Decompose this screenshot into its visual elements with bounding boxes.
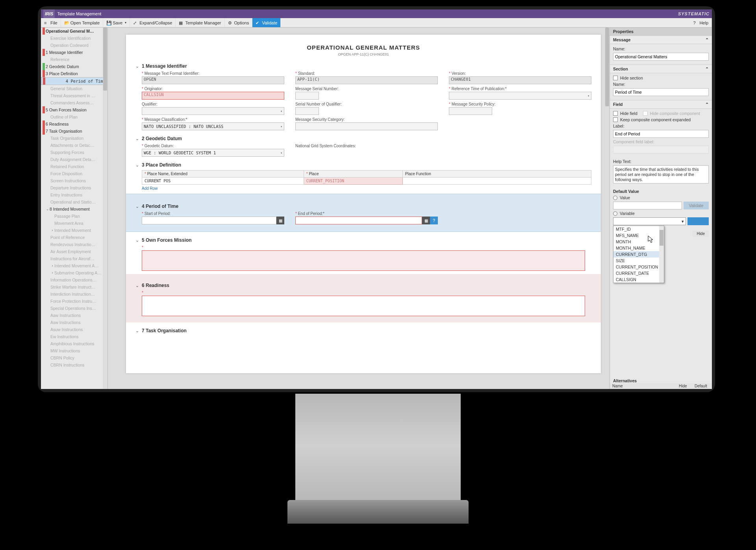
- tree-item[interactable]: Rendezvous Instructio…: [41, 241, 107, 248]
- rtp-select[interactable]: ▾: [449, 92, 591, 100]
- tree-item[interactable]: ›Intended Movement A…: [41, 262, 107, 269]
- dropdown-option[interactable]: CURRENT_DTG: [613, 251, 664, 257]
- msp-input[interactable]: [449, 107, 492, 115]
- tree-item[interactable]: Exercise Identification: [41, 35, 107, 42]
- tree-item[interactable]: Operational and Statio…: [41, 198, 107, 206]
- tree-item[interactable]: 2 Geodetic Datum: [41, 63, 107, 70]
- value-radio[interactable]: Value: [613, 195, 709, 200]
- tree-item[interactable]: Special Operations Ins…: [41, 305, 107, 312]
- tree-item[interactable]: Attachments or Detac…: [41, 142, 107, 149]
- editor-scrollbar[interactable]: [605, 28, 610, 389]
- tree-item[interactable]: Threat Assessment in …: [41, 92, 107, 99]
- tree-item[interactable]: 3 Place Definition: [41, 70, 107, 77]
- variable-radio[interactable]: Variable: [613, 211, 709, 216]
- tree-item[interactable]: Asw Instructions: [41, 319, 107, 326]
- options-button[interactable]: ⚙ Options: [225, 18, 253, 27]
- end-of-period-input[interactable]: [295, 217, 422, 224]
- tree-item[interactable]: Passage Plan: [41, 213, 107, 220]
- calendar-icon[interactable]: ▦: [422, 217, 430, 224]
- open-template-button[interactable]: 📂 Open Template: [61, 18, 103, 27]
- tree-item[interactable]: Ew Instructions: [41, 333, 107, 340]
- field-section-header[interactable]: Field ⌃: [610, 100, 712, 109]
- keep-expanded-checkbox[interactable]: Keep composite component expanded: [613, 117, 709, 122]
- tree-item[interactable]: Screen Instructions: [41, 177, 107, 184]
- dropdown-option[interactable]: CURRENT_DATE: [613, 270, 664, 276]
- help-text-area[interactable]: Specifies the time that activities relat…: [613, 165, 709, 183]
- dropdown-option[interactable]: MONTH_NAME: [613, 245, 664, 251]
- tree-item[interactable]: 7 Task Organisation: [41, 128, 107, 135]
- tree-item[interactable]: Amphibious Instructions: [41, 340, 107, 347]
- field-label-input[interactable]: [613, 130, 709, 138]
- tree-item[interactable]: Operational General M…: [41, 28, 107, 35]
- tree-item[interactable]: Commanders Assess…: [41, 99, 107, 106]
- calendar-icon[interactable]: ▦: [276, 217, 284, 224]
- section-6-toggle[interactable]: ⌄: [135, 283, 142, 288]
- section-7-toggle[interactable]: ⌄: [135, 328, 142, 333]
- classification-select[interactable]: NATO UNCLASSIFIED : NATO UNCLASS▾: [142, 122, 284, 130]
- own-forces-mission-textarea[interactable]: [142, 250, 585, 271]
- snq-input[interactable]: [295, 107, 319, 115]
- dropdown-option[interactable]: CALLSIGN: [613, 276, 664, 283]
- tree-item[interactable]: General Situation: [41, 85, 107, 92]
- validate-value-button[interactable]: Validate: [684, 202, 709, 209]
- qualifier-select[interactable]: ▾: [142, 107, 284, 115]
- expand-collapse-button[interactable]: ⤢ Expand/Collapse: [130, 18, 176, 27]
- dropdown-option[interactable]: CURRENT_POSITION: [613, 264, 664, 270]
- hide-button[interactable]: Hide: [693, 231, 709, 237]
- section-2-toggle[interactable]: ⌄: [135, 136, 142, 141]
- default-value-input[interactable]: [613, 202, 682, 209]
- tree-item[interactable]: Interdiction Instruction…: [41, 291, 107, 298]
- tree-item[interactable]: Information Operations…: [41, 276, 107, 283]
- tree-item[interactable]: Movement Area: [41, 220, 107, 227]
- readiness-textarea[interactable]: [142, 296, 585, 316]
- tree-item[interactable]: 4 Period of Time: [41, 77, 107, 85]
- dropdown-option[interactable]: MTF_ID: [613, 226, 664, 232]
- originator-input[interactable]: CALLSIGN: [142, 92, 284, 100]
- tree-item[interactable]: Task Organisation: [41, 135, 107, 142]
- tree-item[interactable]: ›Submarine Operating A…: [41, 269, 107, 276]
- tree-item[interactable]: Reference: [41, 56, 107, 63]
- section-4-toggle[interactable]: ⌄: [135, 204, 142, 209]
- tree-item[interactable]: ›Intended Movement: [41, 227, 107, 234]
- msn-input[interactable]: [295, 92, 319, 100]
- tree-item[interactable]: Point of Reference: [41, 234, 107, 241]
- start-of-period-input[interactable]: [142, 217, 276, 224]
- section-name-input[interactable]: [613, 88, 709, 96]
- tree-item[interactable]: Strike Warfare Instruct…: [41, 283, 107, 291]
- tree-item[interactable]: Operation Codeword: [41, 42, 107, 49]
- dropdown-option[interactable]: MONTH: [613, 239, 664, 245]
- section-section-header[interactable]: Section ⌃: [610, 65, 712, 73]
- message-name-input[interactable]: [613, 53, 709, 61]
- message-section-header[interactable]: Message ⌃: [610, 35, 712, 44]
- tree-item[interactable]: Aaw Instructions: [41, 312, 107, 319]
- template-manager-button[interactable]: ▦ Template Manager: [176, 18, 224, 27]
- tree-scrollbar[interactable]: [103, 28, 107, 389]
- hide-section-checkbox[interactable]: Hide section: [613, 76, 709, 80]
- tree-item[interactable]: Departure Instructions: [41, 184, 107, 191]
- file-menu[interactable]: ≡ File: [41, 18, 61, 27]
- tree-item[interactable]: Air Asset Employment: [41, 248, 107, 255]
- dropdown-option[interactable]: SIZE: [613, 257, 664, 264]
- place-name-cell[interactable]: CURRENT POS: [142, 178, 304, 185]
- help-button[interactable]: ? Help: [690, 18, 712, 27]
- help-icon[interactable]: ?: [430, 217, 438, 224]
- section-5-toggle[interactable]: ⌄: [135, 238, 142, 243]
- tree-item[interactable]: ⌄8 Intended Movement: [41, 206, 107, 213]
- validate-button[interactable]: ✔ Validate: [252, 18, 281, 27]
- tree-item[interactable]: Retained Function: [41, 163, 107, 170]
- dropdown-scrollbar[interactable]: [659, 226, 664, 283]
- msc-input[interactable]: [295, 122, 438, 130]
- tree-item[interactable]: Entry Instructions: [41, 191, 107, 198]
- tree-item[interactable]: MW Instructions: [41, 347, 107, 354]
- tree-item[interactable]: 5 Own Forces Mission: [41, 106, 107, 113]
- section-1-toggle[interactable]: ⌄: [135, 64, 142, 69]
- tree-item[interactable]: Duty Assignment Deta…: [41, 156, 107, 163]
- tree-item[interactable]: Asuw Instructions: [41, 326, 107, 333]
- gd-select[interactable]: WGE : WORLD GEODETIC SYSTEM 1▾: [142, 149, 284, 157]
- variable-apply-button[interactable]: [687, 217, 709, 225]
- tree-item[interactable]: Supporting Forces: [41, 149, 107, 156]
- place-cell[interactable]: CURRENT_POSITION: [304, 178, 402, 185]
- tree-item[interactable]: 1 Message Identifier: [41, 49, 107, 56]
- tree-item[interactable]: Force Disposition: [41, 170, 107, 177]
- tree-item[interactable]: 6 Readiness: [41, 120, 107, 128]
